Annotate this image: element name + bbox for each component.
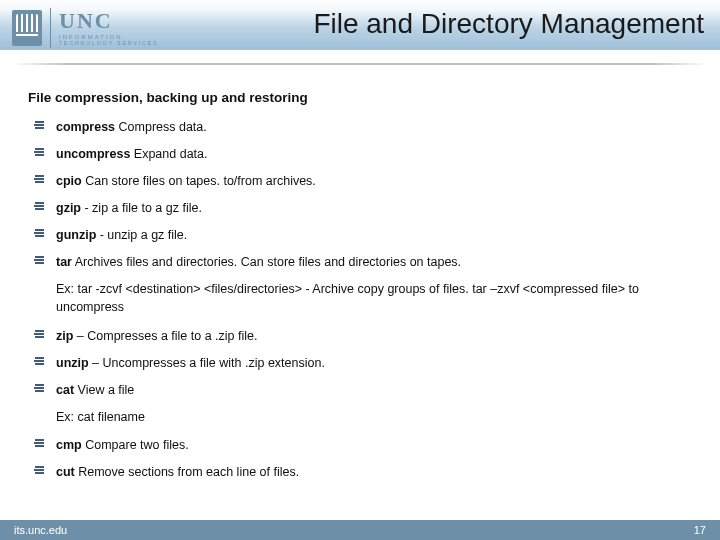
desc: Can store files on tapes. to/from archiv… — [82, 174, 316, 188]
cmd: compress — [56, 120, 115, 134]
cmd: gzip — [56, 201, 81, 215]
list-item: unzip – Uncompresses a file with .zip ex… — [28, 354, 692, 372]
footer-page-number: 17 — [694, 524, 706, 536]
desc: Compress data. — [115, 120, 207, 134]
cmd: cmp — [56, 438, 82, 452]
footer-left: its.unc.edu — [14, 524, 67, 536]
cmd: gunzip — [56, 228, 96, 242]
list-item: cpio Can store files on tapes. to/from a… — [28, 172, 692, 190]
slide-title: File and Directory Management — [313, 8, 704, 40]
example-text: Ex: tar -zcvf <destination> <files/direc… — [56, 280, 692, 316]
list-item: uncompress Expand data. — [28, 145, 692, 163]
list-item: gunzip - unzip a gz file. — [28, 226, 692, 244]
list-item: cmp Compare two files. — [28, 436, 692, 454]
example-text: Ex: cat filename — [56, 408, 692, 426]
list-item: tar Archives files and directories. Can … — [28, 253, 692, 271]
list-item: gzip - zip a file to a gz file. — [28, 199, 692, 217]
logo-text: UNC INFORMATION TECHNOLOGY SERVICES — [59, 10, 159, 46]
list-item: compress Compress data. — [28, 118, 692, 136]
slide: UNC INFORMATION TECHNOLOGY SERVICES File… — [0, 0, 720, 540]
logo-sub2: TECHNOLOGY SERVICES — [59, 41, 159, 46]
cmd: cut — [56, 465, 75, 479]
desc: Remove sections from each line of files. — [75, 465, 299, 479]
desc: - zip a file to a gz file. — [81, 201, 202, 215]
cmd: uncompress — [56, 147, 130, 161]
bullet-list-1: compress Compress data. uncompress Expan… — [28, 118, 692, 272]
bullet-list-2: zip – Compresses a file to a .zip file. … — [28, 327, 692, 399]
section-title: File compression, backing up and restori… — [28, 88, 692, 108]
cmd: tar — [56, 255, 72, 269]
slide-body: File compression, backing up and restori… — [0, 76, 720, 481]
desc: - unzip a gz file. — [96, 228, 187, 242]
desc: Expand data. — [130, 147, 207, 161]
list-item: zip – Compresses a file to a .zip file. — [28, 327, 692, 345]
logo-mark-icon — [12, 10, 42, 46]
logo-divider — [50, 8, 51, 48]
header: UNC INFORMATION TECHNOLOGY SERVICES File… — [0, 0, 720, 76]
desc: Archives files and directories. Can stor… — [72, 255, 461, 269]
desc: View a file — [74, 383, 134, 397]
cmd: cat — [56, 383, 74, 397]
bullet-list-3: cmp Compare two files. cut Remove sectio… — [28, 436, 692, 481]
list-item: cut Remove sections from each line of fi… — [28, 463, 692, 481]
desc: – Compresses a file to a .zip file. — [73, 329, 257, 343]
cmd: unzip — [56, 356, 89, 370]
logo-unc: UNC — [59, 10, 159, 32]
desc: Compare two files. — [82, 438, 189, 452]
desc: – Uncompresses a file with .zip extensio… — [89, 356, 325, 370]
list-item: cat View a file — [28, 381, 692, 399]
logo: UNC INFORMATION TECHNOLOGY SERVICES — [12, 8, 159, 48]
header-divider — [12, 63, 708, 65]
cmd: zip — [56, 329, 73, 343]
footer: its.unc.edu 17 — [0, 520, 720, 540]
cmd: cpio — [56, 174, 82, 188]
